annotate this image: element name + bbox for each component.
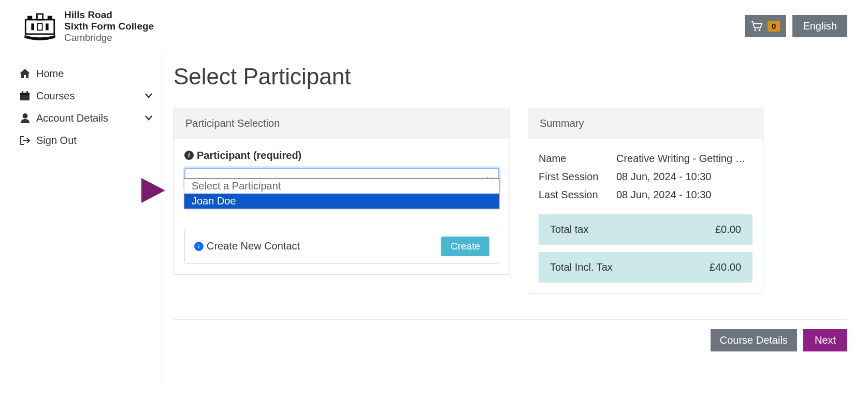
calendar-icon xyxy=(20,91,30,100)
total-label: Total Incl. Tax xyxy=(550,261,613,273)
dropdown-option-placeholder[interactable]: Select a Participant xyxy=(184,179,499,194)
total-tax-row: Total tax £0.00 xyxy=(539,214,753,245)
summary-row-first-session: First Session 08 Jun, 2024 - 10:30 xyxy=(539,168,753,186)
next-button[interactable]: Next xyxy=(803,329,847,351)
total-value: £40.00 xyxy=(710,261,741,273)
header-actions: 0 English xyxy=(745,15,847,37)
sidebar-item-courses[interactable]: Courses xyxy=(20,85,152,107)
participant-field-label: i Participant (required) xyxy=(184,150,499,161)
svg-rect-11 xyxy=(22,91,23,94)
summary-value: Creative Writing - Getting … xyxy=(616,153,753,165)
cart-button[interactable]: 0 xyxy=(745,15,786,37)
sidebar-item-label: Account Details xyxy=(36,112,108,124)
signout-icon xyxy=(20,136,30,145)
total-value: £0.00 xyxy=(715,224,741,236)
chevron-down-icon xyxy=(145,91,152,100)
svg-rect-4 xyxy=(31,23,34,30)
create-contact-text: Create New Contact xyxy=(207,240,300,252)
course-details-button[interactable]: Course Details xyxy=(711,329,797,351)
svg-rect-2 xyxy=(48,16,52,19)
summary-panel: Summary Name Creative Writing - Getting … xyxy=(528,108,763,293)
summary-label: Name xyxy=(539,153,616,165)
sidebar-item-signout[interactable]: Sign Out xyxy=(20,129,152,152)
total-incl-tax-row: Total Incl. Tax £40.00 xyxy=(539,252,753,283)
participant-label-text: Participant (required) xyxy=(197,150,301,161)
annotation-arrow-icon xyxy=(141,178,165,203)
participant-panel-header: Participant Selection xyxy=(174,108,510,139)
svg-rect-12 xyxy=(26,91,28,94)
svg-rect-0 xyxy=(25,20,54,34)
summary-label: Last Session xyxy=(539,189,616,201)
user-icon xyxy=(20,113,30,123)
logo-text: Hills Road Sixth Form College Cambridge xyxy=(64,9,154,43)
cart-count-badge: 0 xyxy=(768,21,780,32)
language-button[interactable]: English xyxy=(792,15,847,37)
participant-column: Participant Selection i Participant (req… xyxy=(173,108,510,293)
summary-row-last-session: Last Session 08 Jun, 2024 - 10:30 xyxy=(539,186,753,204)
logo-line3: Cambridge xyxy=(64,32,154,43)
sidebar-item-account[interactable]: Account Details xyxy=(20,107,152,129)
summary-row-name: Name Creative Writing - Getting … xyxy=(539,150,753,168)
page-title: Select Participant xyxy=(173,64,847,90)
logo-line1: Hills Road xyxy=(64,9,154,21)
logo[interactable]: Hills Road Sixth Form College Cambridge xyxy=(21,9,154,43)
cart-icon xyxy=(751,21,762,32)
create-button[interactable]: Create xyxy=(441,237,489,256)
sidebar-item-home[interactable]: Home xyxy=(20,63,152,85)
svg-point-13 xyxy=(22,113,27,119)
home-icon xyxy=(20,69,30,78)
sidebar: Home Courses Account Details xyxy=(0,53,163,390)
svg-rect-6 xyxy=(37,23,42,30)
info-icon: i xyxy=(184,151,194,160)
divider xyxy=(173,98,847,98)
logo-line2: Sixth Form College xyxy=(64,21,154,32)
footer-actions: Course Details Next xyxy=(173,319,847,351)
chevron-down-icon xyxy=(145,113,152,123)
svg-rect-3 xyxy=(37,14,42,20)
participant-dropdown: Select a Participant Joan Doe xyxy=(184,178,500,209)
sidebar-item-label: Sign Out xyxy=(36,135,77,146)
info-icon: i xyxy=(194,242,204,251)
sidebar-item-label: Courses xyxy=(36,90,75,102)
total-label: Total tax xyxy=(550,224,588,236)
create-contact-row: i Create New Contact Create xyxy=(184,229,499,264)
main-content: Select Participant Participant Selection… xyxy=(163,53,868,390)
svg-rect-5 xyxy=(46,23,49,30)
svg-point-8 xyxy=(759,29,761,31)
svg-rect-1 xyxy=(27,16,32,19)
sidebar-item-label: Home xyxy=(36,68,64,80)
create-contact-label: i Create New Contact xyxy=(194,240,300,252)
summary-panel-header: Summary xyxy=(528,108,763,139)
dropdown-option[interactable]: Joan Doe xyxy=(184,194,499,209)
summary-label: First Session xyxy=(539,171,616,183)
summary-column: Summary Name Creative Writing - Getting … xyxy=(528,108,763,293)
summary-value: 08 Jun, 2024 - 10:30 xyxy=(616,171,753,183)
summary-value: 08 Jun, 2024 - 10:30 xyxy=(616,189,753,201)
svg-rect-10 xyxy=(20,93,30,95)
college-crest-icon xyxy=(21,11,59,42)
header: Hills Road Sixth Form College Cambridge … xyxy=(0,0,868,53)
svg-point-7 xyxy=(755,29,757,31)
